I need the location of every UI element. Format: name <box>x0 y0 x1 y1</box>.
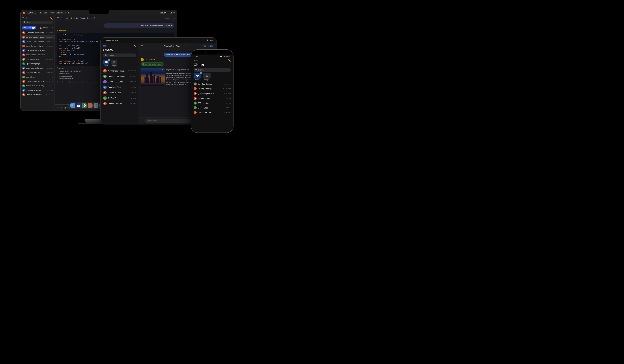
laptop-search[interactable]: 🔍 Search <box>22 21 53 24</box>
ipad-tab-images[interactable]: 🖼 ⤢ Images <box>111 60 117 67</box>
list-item[interactable]: G GPT-4o Chat GPT-4s <box>101 95 138 101</box>
attach-icon[interactable]: ⚙ <box>60 106 62 109</box>
building <box>156 78 157 83</box>
ipad-chat-title: Claude-3.5H Chat <box>164 45 180 48</box>
dock-icon-app2[interactable]: 💬 <box>82 103 87 108</box>
list-item[interactable]: D DeepSeek Chat DeepSeek <box>101 84 138 90</box>
list-item[interactable]: R React useCache Explained Gemini-2f <box>21 53 54 57</box>
ipad-tool-badge: 🖼 Used Generate Image ✓ <box>141 62 164 66</box>
user-message: How to connect to a redis server in Type… <box>104 23 174 28</box>
list-item[interactable]: G Gemini-2F Chat Gemini-2f <box>101 90 138 95</box>
list-item[interactable]: C Claude-3.5S Chat Claude-3.5S <box>101 101 138 106</box>
list-item[interactable]: G GPT-4o Chat GPT-4s <box>191 105 233 110</box>
iphone-tab-images[interactable]: 🖼 ⤢ Images <box>203 73 211 81</box>
menu-view[interactable]: View <box>50 12 54 14</box>
ipad-chats-title: Chats <box>103 48 136 53</box>
ipad-main-header: ☰ Claude-3.5H Chat ⌄ Tokens: 4.8K <box>138 43 216 50</box>
iphone-search[interactable]: 🔍 Search <box>194 68 231 72</box>
chat-dot: C <box>103 102 107 105</box>
search-placeholder: Search <box>108 54 114 57</box>
iphone-edit-btn[interactable]: ✏️ <box>228 59 231 62</box>
sidebar-icon[interactable]: ☰ <box>141 45 143 48</box>
ipad-edit-btn[interactable]: ✏️ <box>133 45 136 47</box>
list-item[interactable]: F Flutter vs React Native Claude-3.5f <box>21 93 54 97</box>
dock-icon-app1[interactable]: 📧 <box>76 103 81 108</box>
chat-name: React useCache Explained <box>26 54 46 56</box>
laptop-notch <box>89 10 109 14</box>
menu-help[interactable]: Help <box>65 12 69 14</box>
chat-dot: U <box>22 71 25 74</box>
chat-name: Vercel Superiority Expl... <box>26 45 45 47</box>
list-item[interactable]: Q Quantum Code Debugging Claude-3.7B <box>21 39 54 44</box>
list-item[interactable]: G Greeting Message Claude-3.7B <box>191 86 233 91</box>
list-item[interactable]: G GPT-4om Chat GPT-4m <box>191 101 233 105</box>
images-tab-arrow: ⤢ <box>116 59 118 61</box>
sidebar-toggle-icon[interactable]: ☰ <box>57 17 59 19</box>
app-name[interactable]: LynkChat <box>28 12 36 14</box>
ipad-search[interactable]: 🔍 Search <box>103 53 136 57</box>
chat-dot: G <box>103 97 107 100</box>
list-item[interactable]: C Claude-3.5S Chat Claude-3.5S <box>191 110 233 115</box>
chat-name: Llama-3-70B Chat <box>108 81 128 83</box>
ipad-chat-list: N New York City Image Claude-3.5f N New … <box>101 68 138 124</box>
list-item[interactable]: C Connecting Redis TypeS... Claude-3.5H <box>21 35 54 39</box>
list-item[interactable]: R Rust Server Load Balancing <box>21 48 54 53</box>
expand-icon[interactable]: ⤢ <box>51 26 53 29</box>
list-item[interactable]: N New Chat Session Claude-3.5f <box>21 57 54 61</box>
menu-window[interactable]: Window <box>56 12 63 14</box>
list-item[interactable]: V Vercel Superiority Expl... Claude-3.7B <box>21 44 54 48</box>
chat-dot: N <box>103 69 107 73</box>
iphone-more-btn[interactable]: More <box>194 59 198 61</box>
add-icon[interactable]: ＋ <box>141 119 143 123</box>
chat-model: Claude-3.5H <box>46 36 53 38</box>
chat-dot: Q <box>194 92 197 95</box>
ipad-tab-chats[interactable]: 💬 7 Chats <box>103 60 109 67</box>
list-item[interactable]: B Bottom Bar Height Issue DeepSeek <box>21 66 54 70</box>
list-item[interactable]: I Input Handling Logic <box>21 61 54 66</box>
iphone-time: 7:36 <box>195 55 198 57</box>
list-item[interactable]: N New York City Image GPT-4m <box>101 73 138 79</box>
dock-icon-app3[interactable]: 🌐 <box>88 103 93 108</box>
chat-model: Claude-3.5H <box>46 32 53 34</box>
chat-name: Greeting Message <box>198 88 222 90</box>
list-item[interactable]: D Display Enabled Tool Icons Claude-3.5f <box>21 79 54 84</box>
image-icon[interactable]: 🖼 <box>64 106 66 109</box>
chat-model: Claude-3.5f <box>224 83 231 85</box>
menu-file[interactable]: File <box>39 12 42 14</box>
search-placeholder: Search <box>198 69 204 71</box>
list-item[interactable]: K Keyboard Layout Glitch DeepSeek <box>21 88 54 93</box>
tab-images[interactable]: 🖼 Images <box>39 26 50 29</box>
list-item[interactable]: N New York City Image Claude-3.5f <box>101 68 138 73</box>
list-item[interactable]: P Python Problem Modeling Claude-3.5H <box>21 30 54 35</box>
list-item[interactable]: U User Utterance GPT-4s <box>21 75 54 79</box>
dock-icon-app4[interactable]: 🎵 <box>94 103 98 108</box>
chat-dot: N <box>22 58 25 61</box>
ipad-more-btn[interactable]: More <box>103 45 107 47</box>
add-icon[interactable]: ＋ <box>57 106 59 109</box>
chat-dot: L <box>103 80 107 83</box>
chat-dot: R <box>22 53 25 56</box>
tab-chats-count: 15 <box>32 27 35 29</box>
chat-dot: F <box>22 93 25 96</box>
ai-label: Claude-3.5H <box>57 29 174 32</box>
list-item[interactable]: P Prevent Safe Area Overlap GPT-4s <box>21 84 54 88</box>
chat-model: Claude-3.5f <box>128 70 136 72</box>
chat-dot: I <box>22 62 25 65</box>
dock-icon-finder[interactable]: 🔍 <box>70 103 75 108</box>
chat-model: Claude-3.7B <box>223 88 231 90</box>
chat-model: GPT-4m <box>130 75 136 77</box>
tab-chats[interactable]: 💬 Chats 15 <box>22 26 36 29</box>
list-item[interactable]: G Gemini-2F Chat Gemini-2f <box>191 96 233 101</box>
list-item[interactable]: Q Questioning Purpose Claude-3.5H <box>191 91 233 96</box>
list-item[interactable]: N New Chat Session Claude-3.5f <box>191 82 233 86</box>
list-item[interactable]: L Llama-3-70B Chat Llama-70B <box>101 79 138 84</box>
iphone-notch <box>191 50 233 54</box>
chat-dot: P <box>22 31 25 34</box>
menu-edit[interactable]: Edit <box>44 12 47 14</box>
apple-menu[interactable]: 🍎 <box>23 12 26 14</box>
iphone-tab-chats[interactable]: 💬 7 Chats <box>194 73 201 81</box>
chat-name: DeepSeek Chat <box>108 86 128 88</box>
iphone-chats-title: Chats <box>191 62 233 68</box>
building <box>154 75 156 83</box>
list-item[interactable]: U User Acknowledgment Claude-3.5H <box>21 70 54 75</box>
